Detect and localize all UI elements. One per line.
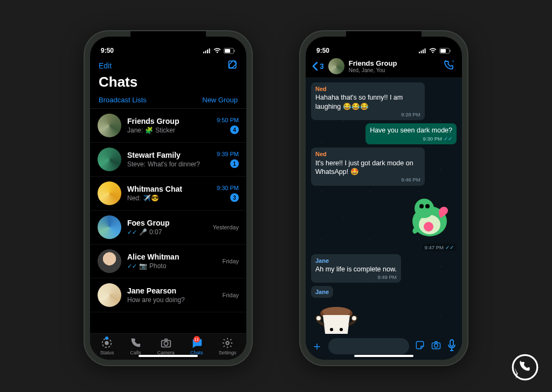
status-time: 9:50 (316, 47, 329, 54)
chat-time: Friday (222, 258, 239, 264)
chat-time: 9:39 PM (217, 151, 239, 157)
tab-camera[interactable]: Camera (157, 337, 175, 355)
chat-preview: How are you doing? (127, 296, 216, 304)
chat-list-item[interactable]: Jane Pearson How are you doing? Friday (90, 278, 246, 312)
notch (130, 31, 206, 44)
unread-badge: 1 (230, 159, 239, 168)
message-sender: Jane (315, 257, 397, 264)
read-checks-icon: ✓✓ (127, 229, 137, 236)
chats-screen: 9:50 Edit Chats Broadcast Lists New Grou… (90, 37, 246, 360)
whatsapp-logo-icon (511, 353, 539, 381)
chat-list-item[interactable]: Stewart Family Steve: What's for dinner?… (90, 143, 246, 177)
svg-rect-10 (440, 49, 446, 53)
broadcast-lists-button[interactable]: Broadcast Lists (99, 96, 147, 104)
wifi-icon (213, 48, 221, 53)
svg-point-7 (164, 341, 168, 345)
conversation-body[interactable]: Ned Hahaha that's so funny!! I am laughi… (306, 78, 462, 334)
avatar (98, 283, 121, 307)
svg-rect-27 (450, 340, 453, 346)
chat-list-item[interactable]: Whitmans Chat Ned: ✈️😎 9:30 PM 3 (90, 177, 246, 211)
svg-point-26 (434, 344, 438, 348)
home-indicator[interactable] (139, 355, 198, 357)
svg-point-22 (340, 328, 343, 331)
page-title: Chats (90, 72, 246, 94)
message-time: 9:28 PM (401, 111, 420, 118)
coffee-cup-sticker-icon (311, 300, 362, 334)
attach-button[interactable]: ＋ (311, 338, 323, 354)
tab-calls[interactable]: Calls (129, 337, 141, 355)
chat-name: Stewart Family (127, 151, 211, 159)
svg-point-24 (351, 316, 357, 321)
avatar (98, 114, 121, 137)
chat-preview: Jane: 🧩 Sticker (127, 127, 211, 134)
svg-point-15 (415, 199, 434, 218)
message-time: 9:30 PM (423, 136, 442, 142)
svg-rect-11 (450, 50, 451, 52)
group-avatar[interactable] (328, 58, 344, 74)
message-text: Hahaha that's so funny!! I am laughing 😂… (315, 93, 420, 111)
status-time: 9:50 (101, 47, 114, 54)
sticker-button[interactable] (415, 340, 425, 353)
message-input[interactable] (328, 338, 409, 354)
chat-list-item[interactable]: Friends Group Jane: 🧩 Sticker 9:50 PM 4 (90, 109, 246, 143)
dino-sticker-icon (403, 189, 457, 243)
phone-left: 9:50 Edit Chats Broadcast Lists New Grou… (85, 31, 252, 365)
message-time: 9:49 PM (377, 274, 396, 281)
edit-button[interactable]: Edit (99, 61, 112, 70)
message-text: Ah my life is complete now. (315, 265, 397, 274)
message-text: It's here!! I just got dark mode on What… (315, 159, 420, 177)
conversation-title[interactable]: Friends Group Ned, Jane, You (349, 59, 438, 73)
chat-name: Foes Group (127, 219, 206, 227)
chat-list-item[interactable]: Foes Group ✓✓ 🎤 0:07 Yesterday (90, 211, 246, 244)
signal-icon (418, 48, 426, 53)
svg-text:+: + (452, 60, 454, 64)
tab-status[interactable]: Status (100, 337, 114, 355)
home-indicator[interactable] (354, 355, 413, 357)
message-time: 9:47 PM (425, 244, 444, 250)
svg-point-17 (425, 204, 430, 208)
message-time: 9:46 PM (401, 177, 420, 183)
battery-icon (224, 48, 236, 54)
chat-list-item[interactable]: Alice Whitman ✓✓ 📷 Photo Friday (90, 244, 246, 278)
chat-preview: ✓✓ 📷 Photo (127, 262, 216, 270)
new-group-button[interactable]: New Group (202, 96, 238, 104)
avatar (98, 148, 121, 171)
avatar (98, 181, 121, 205)
message-outgoing[interactable]: Have you seen dark mode? 9:30 PM✓✓ (365, 123, 457, 144)
chat-preview: ✓✓ 🎤 0:07 (127, 228, 206, 236)
chat-name: Friends Group (127, 117, 211, 125)
message-text: Have you seen dark mode? (370, 126, 452, 135)
microphone-button[interactable] (447, 339, 457, 353)
tab-settings[interactable]: Settings (219, 337, 237, 355)
svg-point-8 (226, 341, 229, 345)
chat-time: 9:30 PM (217, 185, 239, 191)
chat-name: Whitmans Chat (127, 185, 211, 193)
phone-right: 9:50 3 Friends Group Ned, Jane, You (300, 31, 467, 365)
avatar (98, 249, 121, 273)
notch (346, 31, 422, 44)
chat-name: Alice Whitman (127, 253, 216, 261)
sticker-incoming[interactable]: Jane 9:50 PM (311, 286, 362, 334)
compose-icon[interactable] (227, 59, 238, 72)
tab-chats[interactable]: 11 Chats (190, 337, 203, 355)
camera-button[interactable] (431, 340, 441, 353)
chat-time: Yesterday (212, 224, 239, 230)
wifi-icon (429, 48, 437, 53)
chat-preview: Steve: What's for dinner? (127, 160, 211, 168)
chat-time: Friday (222, 292, 239, 298)
svg-point-21 (330, 328, 333, 331)
message-sender: Jane (315, 289, 329, 295)
sticker-outgoing[interactable]: 9:47 PM✓✓ (403, 189, 457, 251)
unread-badge: 4 (230, 125, 239, 134)
chat-preview: Ned: ✈️😎 (127, 194, 211, 202)
back-button[interactable]: 3 (312, 61, 324, 71)
chat-time: 9:50 PM (217, 117, 239, 123)
svg-rect-2 (234, 50, 236, 52)
message-incoming[interactable]: Ned Hahaha that's so funny!! I am laughi… (311, 82, 425, 120)
read-checks-icon: ✓✓ (444, 135, 452, 142)
message-incoming[interactable]: Ned It's here!! I just got dark mode on … (311, 148, 425, 185)
message-incoming[interactable]: Jane Ah my life is complete now. 9:49 PM (311, 254, 401, 283)
unread-badge: 3 (230, 193, 239, 202)
message-sender: Ned (315, 150, 420, 158)
video-call-button[interactable]: + (443, 60, 456, 73)
